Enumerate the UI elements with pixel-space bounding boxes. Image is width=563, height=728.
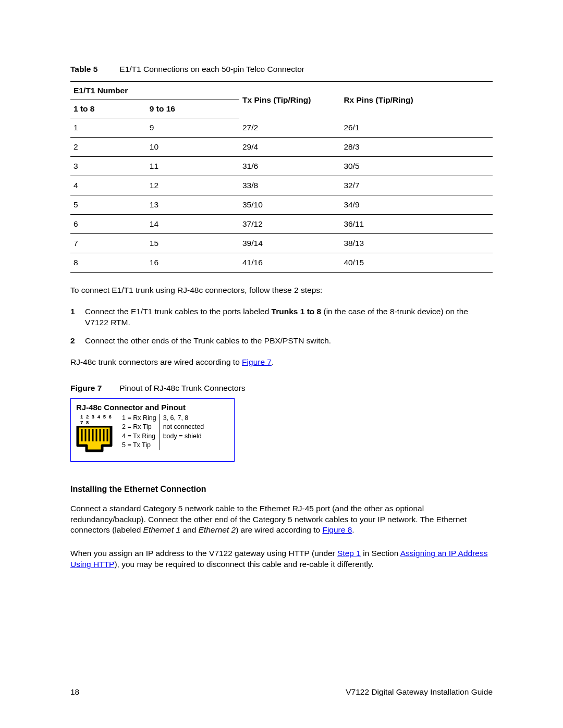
table-row: 1927/226/1 bbox=[70, 118, 493, 138]
table-row: 41233/832/7 bbox=[70, 176, 493, 195]
ip-paragraph: When you assign an IP address to the V71… bbox=[70, 548, 493, 570]
table-row: 71539/1438/13 bbox=[70, 234, 493, 253]
table-row: 51335/1034/9 bbox=[70, 195, 493, 215]
figure7-box: RJ-48c Connector and Pinout 1 2 3 4 5 6 … bbox=[70, 398, 235, 462]
section-heading: Installing the Ethernet Connection bbox=[70, 485, 493, 494]
ethernet-paragraph: Connect a standard Category 5 network ca… bbox=[70, 503, 493, 536]
figure7-label: Figure 7 bbox=[70, 384, 117, 393]
table5-caption-text: E1/T1 Connections on each 50-pin Telco C… bbox=[119, 65, 304, 73]
table-row: 81641/1640/15 bbox=[70, 253, 493, 273]
page-number: 18 bbox=[70, 687, 79, 697]
document-page: Table 5 E1/T1 Connections on each 50-pin… bbox=[0, 0, 563, 728]
rj48c-paragraph: RJ-48c trunk connectors are wired accord… bbox=[70, 357, 493, 368]
step-1: 1 Connect the E1/T1 trunk cables to the … bbox=[70, 306, 493, 328]
th-9-to-16: 9 to 16 bbox=[146, 100, 239, 118]
figure7-link[interactable]: Figure 7 bbox=[242, 357, 272, 366]
step-2: 2 Connect the other ends of the Trunk ca… bbox=[70, 336, 493, 347]
doc-title: V7122 Digital Gateway Installation Guide bbox=[346, 687, 493, 697]
th-tx-pins: Tx Pins (Tip/Ring) bbox=[239, 82, 340, 118]
rj48c-connector-icon: 1 2 3 4 5 6 7 8 bbox=[76, 414, 117, 456]
steps-list: 1 Connect the E1/T1 trunk cables to the … bbox=[70, 306, 493, 347]
table-row: 21029/428/3 bbox=[70, 138, 493, 157]
step1-link[interactable]: Step 1 bbox=[337, 549, 361, 558]
table-row: 31131/630/5 bbox=[70, 157, 493, 176]
figure8-link[interactable]: Figure 8 bbox=[322, 525, 352, 534]
table5-label: Table 5 bbox=[70, 65, 117, 74]
table5-caption: Table 5 E1/T1 Connections on each 50-pin… bbox=[70, 65, 493, 74]
th-rx-pins: Rx Pins (Tip/Ring) bbox=[340, 82, 493, 118]
figure7-caption-text: Pinout of RJ-48c Trunk Connectors bbox=[119, 384, 245, 392]
th-e1t1-number: E1/T1 Number bbox=[70, 82, 239, 100]
figure7-caption: Figure 7 Pinout of RJ-48c Trunk Connecto… bbox=[70, 384, 493, 393]
table5: E1/T1 Number Tx Pins (Tip/Ring) Rx Pins … bbox=[70, 81, 493, 273]
intro-paragraph: To connect E1/T1 trunk using RJ-48c conn… bbox=[70, 285, 493, 296]
table-row: 61437/1236/11 bbox=[70, 215, 493, 234]
page-footer: 18 V7122 Digital Gateway Installation Gu… bbox=[70, 687, 493, 697]
th-1-to-8: 1 to 8 bbox=[70, 100, 146, 118]
pinout-columns: 1 = Rx Ring 2 = Rx Tip 4 = Tx Ring 5 = T… bbox=[122, 414, 204, 450]
figure7-title: RJ-48c Connector and Pinout bbox=[76, 403, 229, 412]
